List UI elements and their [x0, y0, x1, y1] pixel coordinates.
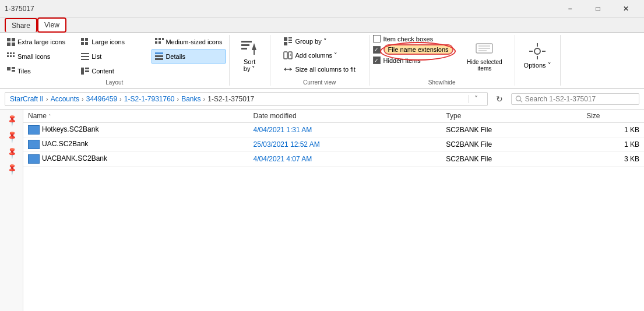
refresh-button[interactable]: ↻: [491, 91, 508, 107]
layout-group: Extra large icons Large icons Medium-siz…: [0, 35, 230, 86]
file-extensions-label: File name extensions: [383, 44, 453, 55]
add-columns-icon: +: [283, 51, 293, 60]
col-header-size[interactable]: Size: [582, 109, 644, 123]
layout-group-label: Layout: [105, 79, 123, 86]
svg-rect-1: [12, 38, 15, 41]
svg-point-56: [516, 96, 520, 100]
tiles-button[interactable]: Tiles: [3, 64, 77, 78]
item-checkboxes-item[interactable]: Item check boxes: [373, 35, 456, 43]
hidden-items-label: Hidden items: [383, 57, 421, 64]
details-button[interactable]: Details: [152, 50, 225, 63]
path-current[interactable]: 1-S2-1-375017: [207, 95, 254, 103]
item-checkboxes-label: Item check boxes: [383, 36, 434, 43]
path-sep-2: ›: [82, 96, 84, 103]
file-list: 📌 📌 📌 📌 Name ˄ Date modified Type Size H…: [0, 109, 644, 311]
pin-4[interactable]: 📌: [3, 161, 19, 177]
path-banks[interactable]: Banks: [181, 95, 200, 103]
file-extensions-item[interactable]: ✓ File name extensions: [373, 44, 456, 55]
sort-by-button[interactable]: Sortby ˅: [235, 35, 264, 76]
path-accounts[interactable]: Accounts: [51, 95, 79, 103]
item-checkboxes-checkbox[interactable]: [373, 35, 381, 43]
svg-rect-32: [241, 44, 249, 46]
tab-share[interactable]: Share: [5, 18, 37, 32]
sort-group: Sortby ˅: [230, 35, 270, 86]
search-input[interactable]: [525, 95, 635, 103]
hide-selected-button[interactable]: Hide selecteditems: [463, 35, 506, 76]
content-button[interactable]: Content: [78, 64, 151, 78]
svg-rect-23: [155, 55, 163, 57]
hidden-items-item[interactable]: ✓ Hidden items: [373, 56, 456, 64]
svg-rect-35: [254, 50, 255, 55]
add-columns-button[interactable]: + Add columns ˅: [279, 49, 359, 62]
maximize-button[interactable]: □: [585, 0, 611, 17]
close-button[interactable]: ✕: [613, 0, 639, 17]
cell-date-1: 25/03/2021 12:52 AM: [249, 137, 442, 152]
medium-icon: [154, 37, 164, 47]
minimize-button[interactable]: −: [557, 0, 583, 17]
current-view-group: Group by ˅ + Add columns ˅ Size all colu…: [270, 35, 369, 86]
cell-name-2: UACBANK.SC2Bank: [23, 152, 249, 167]
cell-name-0: Hotkeys.SC2Bank: [23, 123, 249, 137]
small-icons-button[interactable]: Small icons: [3, 50, 77, 63]
options-button[interactable]: Options ˅: [519, 35, 557, 76]
extra-large-icons-button[interactable]: Extra large icons: [3, 35, 77, 49]
content-icon: [80, 66, 90, 76]
path-region[interactable]: 1-S2-1-7931760: [124, 95, 175, 103]
svg-rect-40: [288, 42, 292, 43]
svg-rect-41: [284, 52, 287, 59]
svg-rect-21: [81, 59, 89, 60]
svg-rect-27: [12, 70, 15, 72]
path-id[interactable]: 34496459: [86, 95, 117, 103]
search-box: [511, 93, 639, 105]
ribbon: Extra large icons Large icons Medium-siz…: [0, 33, 644, 89]
col-header-type[interactable]: Type: [441, 109, 582, 123]
cell-type-0: SC2BANK File: [441, 123, 582, 137]
svg-rect-29: [85, 68, 89, 69]
svg-rect-5: [85, 38, 88, 41]
file-extensions-checkbox[interactable]: ✓: [373, 46, 381, 54]
svg-rect-11: [155, 41, 157, 44]
svg-point-51: [534, 48, 540, 54]
sort-by-label: Sortby ˅: [244, 58, 256, 73]
table-row[interactable]: Hotkeys.SC2Bank 4/04/2021 1:31 AM SC2BAN…: [23, 123, 644, 137]
svg-rect-30: [85, 70, 89, 72]
window-controls: − □ ✕: [557, 0, 639, 17]
size-all-columns-button[interactable]: Size all columns to fit: [279, 63, 359, 76]
address-dropdown-icon[interactable]: ˅: [469, 95, 483, 103]
cell-size-2: 3 KB: [582, 152, 644, 167]
layout-buttons: Extra large icons Large icons Medium-siz…: [3, 35, 226, 78]
svg-rect-37: [288, 37, 292, 38]
svg-rect-9: [159, 38, 161, 40]
sort-icon: [240, 38, 259, 57]
options-group: Options ˅: [515, 35, 561, 86]
svg-rect-16: [7, 55, 9, 57]
large-icons-button[interactable]: Large icons: [78, 35, 151, 49]
file-icon-2: [28, 154, 40, 164]
tab-view[interactable]: View: [37, 17, 66, 33]
cell-name-1: UAC.SC2Bank: [23, 137, 249, 152]
table-row[interactable]: UACBANK.SC2Bank 4/04/2021 4:07 AM SC2BAN…: [23, 152, 644, 167]
col-header-name[interactable]: Name ˄: [23, 109, 249, 123]
pin-3[interactable]: 📌: [3, 144, 19, 161]
pin-2[interactable]: 📌: [3, 128, 19, 144]
details-icon: [154, 52, 164, 61]
path-starcraft[interactable]: StarCraft II: [10, 95, 44, 103]
table-row[interactable]: UAC.SC2Bank 25/03/2021 12:52 AM SC2BANK …: [23, 137, 644, 152]
address-path[interactable]: StarCraft II › Accounts › 34496459 › 1-S…: [5, 92, 488, 106]
list-button[interactable]: List: [78, 50, 151, 63]
svg-rect-3: [12, 43, 15, 46]
hidden-items-checkbox[interactable]: ✓: [373, 56, 381, 64]
file-table: Name ˄ Date modified Type Size Hotkeys.S…: [23, 109, 644, 167]
current-view-items: Group by ˅ + Add columns ˅ Size all colu…: [279, 35, 359, 78]
size-columns-icon: [283, 65, 293, 74]
cell-date-0: 4/04/2021 1:31 AM: [249, 123, 442, 137]
cell-size-1: 1 KB: [582, 137, 644, 152]
medium-icons-button[interactable]: Medium-sized icons: [152, 35, 225, 49]
col-header-date[interactable]: Date modified: [249, 109, 442, 123]
show-hide-checkboxes: Item check boxes ✓ File name extensions …: [373, 35, 456, 78]
group-by-button[interactable]: Group by ˅: [279, 35, 359, 48]
small-icon: [6, 52, 16, 61]
pin-1[interactable]: 📌: [3, 112, 19, 128]
showhide-group-label: Show/hide: [428, 79, 456, 86]
svg-rect-31: [241, 41, 252, 43]
